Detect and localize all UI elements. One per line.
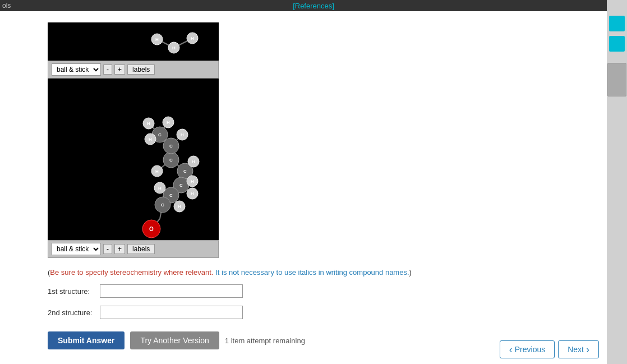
svg-text:H: H [172, 45, 176, 50]
labels-button-2[interactable]: labels [127, 244, 155, 254]
molecule-viewer-1: H H H ball & stick space fill wireframe … [48, 22, 219, 258]
sidebar-button-2[interactable] [609, 36, 625, 52]
previous-button[interactable]: Previous [500, 340, 555, 358]
svg-text:C: C [169, 144, 173, 149]
svg-text:H: H [191, 36, 194, 41]
previous-label: Previous [515, 345, 545, 354]
chevron-right-icon [586, 344, 589, 354]
svg-text:H: H [158, 186, 162, 191]
zoom-in-button-1[interactable]: + [114, 64, 125, 75]
svg-text:H: H [192, 159, 195, 164]
try-another-version-button[interactable]: Try Another Version [130, 331, 219, 349]
svg-text:C: C [169, 193, 173, 198]
instructions-blue: It is not necessary to use italics in wr… [215, 268, 409, 277]
svg-text:C: C [169, 158, 173, 163]
chevron-left-icon [509, 344, 513, 354]
attempt-remaining-text: 1 item attempt remaining [225, 337, 305, 345]
field-1-label: 1st structure: [48, 287, 95, 296]
structure-2-input[interactable] [100, 306, 243, 319]
svg-text:H: H [167, 120, 170, 125]
svg-text:H: H [149, 137, 152, 142]
field-2-label: 2nd structure: [48, 308, 95, 317]
labels-button-1[interactable]: labels [127, 64, 155, 75]
zoom-out-button-2[interactable]: - [103, 244, 112, 254]
svg-text:C: C [161, 202, 164, 208]
zoom-in-button-2[interactable]: + [114, 244, 125, 254]
svg-text:C: C [158, 132, 162, 137]
svg-text:O: O [149, 226, 154, 232]
form-group-2: 2nd structure: [48, 306, 607, 319]
view-mode-select-2[interactable]: ball & stick space fill wireframe [52, 243, 101, 255]
instructions-note-1: Be sure to specify stereochemistry where… [50, 268, 213, 277]
sidebar-button-1[interactable] [609, 16, 625, 31]
top-bar: ols [References] [0, 0, 627, 11]
molecule-controls-2: ball & stick space fill wireframe - + la… [48, 240, 219, 258]
next-button[interactable]: Next [558, 340, 599, 358]
svg-text:H: H [181, 132, 184, 137]
svg-text:C: C [179, 183, 183, 188]
svg-text:H: H [147, 121, 150, 126]
top-bar-left-label: ols [0, 2, 11, 10]
molecule-controls-1: ball & stick space fill wireframe - + la… [48, 61, 219, 79]
molecule-top-canvas-1: H H H [48, 22, 219, 61]
instructions: (Be sure to specify stereochemistry wher… [48, 268, 607, 277]
molecule-svg-top: H H H [48, 22, 219, 61]
scrollbar-track[interactable] [607, 0, 627, 364]
view-mode-select-1[interactable]: ball & stick space fill wireframe [52, 63, 101, 76]
next-label: Next [568, 345, 584, 354]
svg-text:C: C [183, 169, 187, 174]
svg-text:H: H [155, 37, 159, 42]
svg-text:H: H [178, 204, 181, 209]
svg-text:H: H [155, 169, 159, 174]
instructions-paren-close: ) [409, 268, 412, 277]
submit-answer-button[interactable]: Submit Answer [48, 331, 125, 349]
navigation-row: Previous Next [500, 340, 599, 358]
svg-text:H: H [191, 191, 194, 196]
structure-1-input[interactable] [100, 284, 243, 298]
top-bar-title: [References] [293, 2, 334, 10]
molecule-bottom-canvas-1: C C C C C C C H H H H [48, 79, 219, 240]
svg-text:H: H [191, 179, 194, 184]
form-group-1: 1st structure: [48, 284, 607, 298]
scrollbar-thumb[interactable] [607, 63, 626, 96]
main-content: H H H ball & stick space fill wireframe … [0, 22, 607, 349]
molecule-svg-bottom: C C C C C C C H H H H [48, 79, 219, 240]
zoom-out-button-1[interactable]: - [103, 64, 112, 75]
